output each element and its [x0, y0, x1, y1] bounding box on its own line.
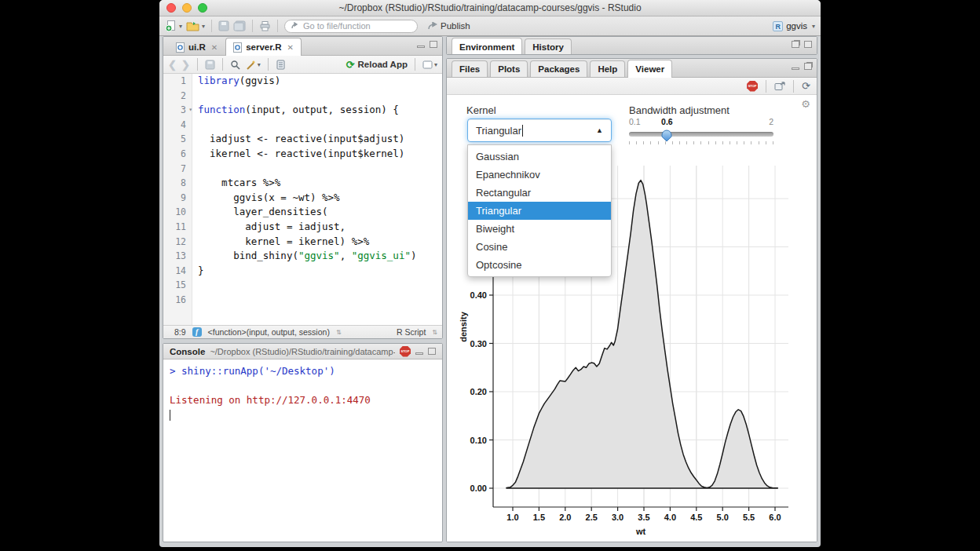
tab-files[interactable]: Files [452, 60, 488, 77]
minimize-pane-button[interactable] [792, 68, 799, 70]
code-line[interactable]: 7 [163, 162, 442, 177]
window-title: ~/Dropbox (RStudio)/RStudio/training/dat… [159, 2, 821, 13]
code-text: layer_densities( [192, 205, 328, 220]
close-tab-icon[interactable]: ✕ [287, 43, 294, 52]
restore-pane-button[interactable] [792, 41, 799, 48]
slider-handle[interactable] [661, 130, 672, 142]
source-menu-button[interactable]: ▾ [422, 60, 437, 69]
save-button[interactable] [218, 20, 229, 31]
refresh-icon[interactable]: ⟳ [802, 81, 810, 91]
open-new-window-icon[interactable] [774, 82, 785, 91]
console-header: Console ~/Dropbox (RStudio)/RStudio/trai… [163, 344, 442, 359]
new-file-icon [165, 20, 177, 32]
chevron-down-icon: ▾ [202, 23, 205, 30]
code-tools-button[interactable]: ▾ [245, 60, 261, 70]
slider-track[interactable] [629, 132, 773, 137]
svg-text:2.5: 2.5 [586, 513, 598, 522]
restore-pane-button[interactable] [804, 63, 812, 70]
back-icon[interactable]: ❮ [168, 59, 177, 71]
tab-plots[interactable]: Plots [490, 60, 528, 77]
kernel-select[interactable]: Triangular ▲ [467, 119, 612, 142]
stop-icon[interactable]: STOP [400, 346, 411, 357]
svg-text:0.40: 0.40 [470, 290, 487, 300]
dropdown-option-triangular[interactable]: Triangular [468, 202, 611, 220]
stop-app-button[interactable]: STOP [747, 81, 758, 92]
code-line[interactable]: 10 layer_densities( [163, 205, 442, 220]
dropdown-option-biweight[interactable]: Biweight [468, 220, 611, 238]
close-tab-icon[interactable]: ✕ [211, 43, 218, 52]
tab-help[interactable]: Help [590, 60, 625, 77]
code-line[interactable]: 2 [163, 89, 442, 104]
environment-tabbar: EnvironmentHistory [447, 37, 817, 55]
goto-file-search[interactable]: Go to file/function [284, 20, 418, 33]
forward-icon[interactable]: ❯ [181, 59, 190, 71]
dropdown-option-epanechnikov[interactable]: Epanechnikov [468, 166, 611, 184]
code-line[interactable]: 11 adjust = iadjust, [163, 220, 442, 235]
fold-icon[interactable]: ▾ [188, 103, 192, 118]
search-icon[interactable] [230, 60, 240, 70]
console-cursor [170, 410, 170, 421]
console-title[interactable]: Console [170, 347, 205, 356]
bandwidth-slider[interactable]: 0.1 0.6 2 [629, 117, 773, 144]
maximize-pane-button[interactable] [430, 41, 437, 48]
code-line[interactable]: 14} [163, 264, 442, 279]
tab-serverr[interactable]: server.R✕ [225, 38, 302, 56]
editor-statusbar: 8:9 f <function>(input, output, session)… [163, 325, 442, 338]
tab-environment[interactable]: Environment [452, 38, 522, 55]
line-number: 14 [163, 264, 192, 279]
line-number: 13 [163, 249, 192, 264]
new-file-button[interactable]: ▾ [165, 20, 182, 32]
code-editor[interactable]: 1library(ggvis)23▾function(input, output… [163, 74, 442, 325]
code-line[interactable]: 9 ggvis(x = ~wt) %>% [163, 191, 442, 206]
tab-viewer[interactable]: Viewer [627, 60, 672, 78]
code-line[interactable]: 12 kernel = ikernel) %>% [163, 235, 442, 250]
minimize-pane-button[interactable] [417, 46, 425, 48]
save-icon[interactable] [205, 60, 215, 70]
code-line[interactable]: 3▾function(input, output, session) { [163, 103, 442, 118]
minimize-pane-button[interactable] [415, 352, 423, 355]
rstudio-window: ~/Dropbox (RStudio)/RStudio/training/dat… [159, 0, 821, 547]
reload-label: Reload App [358, 60, 408, 69]
function-scope[interactable]: <function>(input, output, session) [208, 327, 330, 337]
text-cursor [522, 125, 523, 137]
open-file-button[interactable]: ▾ [186, 20, 205, 31]
publish-icon [428, 22, 437, 31]
line-number: 4 [163, 118, 192, 133]
viewer-pane: FilesPlotsPackagesHelpViewer STOP ⟳ [446, 58, 817, 542]
project-menu-button[interactable]: R ggvis ▾ [773, 21, 815, 31]
compile-notebook-icon[interactable] [276, 60, 286, 70]
dropdown-option-cosine[interactable]: Cosine [468, 238, 611, 256]
tab-uir[interactable]: ui.R✕ [168, 38, 225, 55]
gear-icon[interactable]: ⚙ [801, 98, 810, 110]
code-line[interactable]: 8 mtcars %>% [163, 176, 442, 191]
tab-packages[interactable]: Packages [530, 60, 587, 77]
dropdown-option-optcosine[interactable]: Optcosine [468, 256, 611, 274]
tab-history[interactable]: History [525, 38, 572, 55]
reload-app-button[interactable]: ⟳ Reload App [346, 59, 408, 71]
console-output[interactable]: > shiny::runApp('~/Desktop') Listening o… [163, 359, 442, 542]
code-text: function(input, output, session) { [192, 103, 399, 118]
pane-icon [422, 60, 433, 69]
document-type[interactable]: R Script [397, 327, 426, 337]
publish-button[interactable]: Publish [428, 21, 470, 31]
project-icon: R [773, 21, 783, 31]
code-text: iadjust <- reactive(input$adjust) [192, 132, 404, 147]
code-line[interactable]: 1library(ggvis) [163, 74, 442, 89]
code-line[interactable]: 6 ikernel <- reactive(input$kernel) [163, 147, 442, 162]
code-line[interactable]: 4 [163, 118, 442, 133]
dropdown-option-gaussian[interactable]: Gaussian [468, 148, 611, 166]
code-line[interactable]: 5 iadjust <- reactive(input$adjust) [163, 132, 442, 147]
chevron-down-icon: ▾ [434, 61, 437, 68]
code-line[interactable]: 16 [163, 293, 442, 308]
tab-label: Help [598, 64, 617, 74]
line-number: 7 [163, 162, 192, 177]
code-line[interactable]: 15 [163, 278, 442, 293]
code-line[interactable]: 13 bind_shiny("ggvis", "ggvis_ui") [163, 249, 442, 264]
dropdown-option-rectangular[interactable]: Rectangular [468, 184, 611, 202]
maximize-pane-button[interactable] [804, 41, 812, 48]
toolbar-separator [268, 58, 269, 71]
save-all-button[interactable] [233, 20, 246, 31]
print-button[interactable] [259, 20, 271, 31]
slider-ticks [629, 141, 773, 144]
maximize-pane-button[interactable] [428, 348, 436, 355]
